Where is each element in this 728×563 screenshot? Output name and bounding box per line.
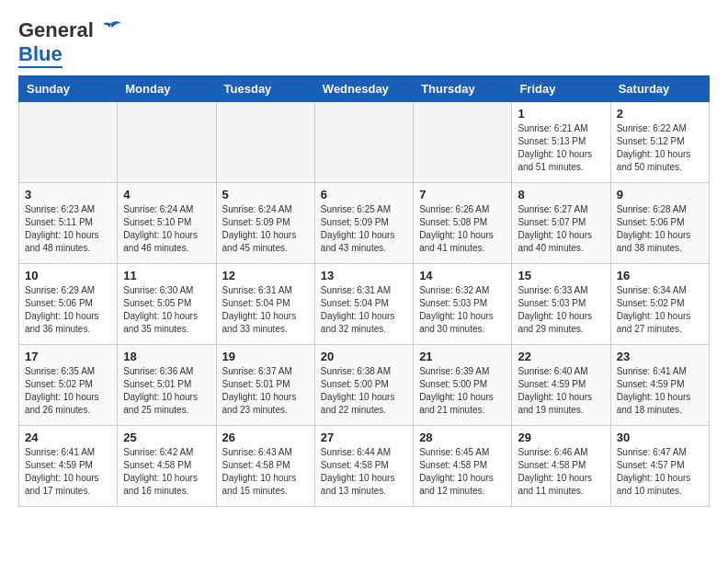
cell-info: Sunrise: 6:41 AMSunset: 4:59 PMDaylight:… xyxy=(617,365,703,417)
weekday-header: Thursday xyxy=(414,76,512,102)
day-number: 5 xyxy=(222,188,309,201)
cell-info: Sunrise: 6:31 AMSunset: 5:04 PMDaylight:… xyxy=(222,284,309,336)
calendar-cell: 28Sunrise: 6:45 AMSunset: 4:58 PMDayligh… xyxy=(414,426,512,507)
day-number: 15 xyxy=(518,269,604,282)
cell-info: Sunrise: 6:28 AMSunset: 5:06 PMDaylight:… xyxy=(617,203,703,255)
day-number: 25 xyxy=(123,431,210,444)
day-number: 12 xyxy=(222,269,309,282)
cell-info: Sunrise: 6:35 AMSunset: 5:02 PMDaylight:… xyxy=(25,365,111,417)
calendar-cell: 24Sunrise: 6:41 AMSunset: 4:59 PMDayligh… xyxy=(19,426,118,507)
calendar-cell: 7Sunrise: 6:26 AMSunset: 5:08 PMDaylight… xyxy=(414,183,512,264)
calendar-cell: 5Sunrise: 6:24 AMSunset: 5:09 PMDaylight… xyxy=(216,183,314,264)
cell-info: Sunrise: 6:39 AMSunset: 5:00 PMDaylight:… xyxy=(419,365,506,417)
day-number: 11 xyxy=(123,269,210,282)
calendar-cell: 18Sunrise: 6:36 AMSunset: 5:01 PMDayligh… xyxy=(118,345,216,426)
logo: General Blue xyxy=(18,18,123,66)
weekday-header: Saturday xyxy=(610,76,709,102)
calendar-cell: 25Sunrise: 6:42 AMSunset: 4:58 PMDayligh… xyxy=(118,426,216,507)
cell-info: Sunrise: 6:37 AMSunset: 5:01 PMDaylight:… xyxy=(222,365,309,417)
cell-info: Sunrise: 6:21 AMSunset: 5:13 PMDaylight:… xyxy=(518,122,604,174)
calendar-cell: 26Sunrise: 6:43 AMSunset: 4:58 PMDayligh… xyxy=(216,426,314,507)
day-number: 9 xyxy=(617,188,703,201)
calendar-cell: 11Sunrise: 6:30 AMSunset: 5:05 PMDayligh… xyxy=(118,264,216,345)
day-number: 16 xyxy=(617,269,703,282)
cell-info: Sunrise: 6:33 AMSunset: 5:03 PMDaylight:… xyxy=(518,284,604,336)
calendar-cell: 23Sunrise: 6:41 AMSunset: 4:59 PMDayligh… xyxy=(610,345,709,426)
weekday-header: Tuesday xyxy=(216,76,314,102)
cell-info: Sunrise: 6:26 AMSunset: 5:08 PMDaylight:… xyxy=(419,203,506,255)
calendar-cell: 30Sunrise: 6:47 AMSunset: 4:57 PMDayligh… xyxy=(610,426,709,507)
calendar-cell: 29Sunrise: 6:46 AMSunset: 4:58 PMDayligh… xyxy=(512,426,610,507)
calendar-cell: 4Sunrise: 6:24 AMSunset: 5:10 PMDaylight… xyxy=(118,183,216,264)
day-number: 4 xyxy=(123,188,210,201)
calendar-week-row: 10Sunrise: 6:29 AMSunset: 5:06 PMDayligh… xyxy=(19,264,710,345)
page-header: General Blue xyxy=(18,18,710,66)
cell-info: Sunrise: 6:40 AMSunset: 4:59 PMDaylight:… xyxy=(518,365,604,417)
calendar-cell: 17Sunrise: 6:35 AMSunset: 5:02 PMDayligh… xyxy=(19,345,118,426)
calendar-cell: 27Sunrise: 6:44 AMSunset: 4:58 PMDayligh… xyxy=(314,426,413,507)
cell-info: Sunrise: 6:38 AMSunset: 5:00 PMDaylight:… xyxy=(321,365,407,417)
calendar-cell: 16Sunrise: 6:34 AMSunset: 5:02 PMDayligh… xyxy=(610,264,709,345)
cell-info: Sunrise: 6:36 AMSunset: 5:01 PMDaylight:… xyxy=(123,365,210,417)
cell-info: Sunrise: 6:47 AMSunset: 4:57 PMDaylight:… xyxy=(617,446,703,498)
cell-info: Sunrise: 6:24 AMSunset: 5:10 PMDaylight:… xyxy=(123,203,210,255)
calendar-header-row: SundayMondayTuesdayWednesdayThursdayFrid… xyxy=(19,76,710,102)
cell-info: Sunrise: 6:43 AMSunset: 4:58 PMDaylight:… xyxy=(222,446,309,498)
day-number: 29 xyxy=(518,431,604,444)
cell-info: Sunrise: 6:44 AMSunset: 4:58 PMDaylight:… xyxy=(321,446,407,498)
calendar-cell xyxy=(118,102,216,183)
day-number: 20 xyxy=(321,350,407,363)
day-number: 28 xyxy=(419,431,506,444)
calendar-cell: 20Sunrise: 6:38 AMSunset: 5:00 PMDayligh… xyxy=(314,345,413,426)
logo-general: General xyxy=(18,18,94,42)
day-number: 6 xyxy=(321,188,407,201)
cell-info: Sunrise: 6:24 AMSunset: 5:09 PMDaylight:… xyxy=(222,203,309,255)
day-number: 26 xyxy=(222,431,309,444)
day-number: 21 xyxy=(419,350,506,363)
day-number: 17 xyxy=(25,350,111,363)
cell-info: Sunrise: 6:31 AMSunset: 5:04 PMDaylight:… xyxy=(321,284,407,336)
weekday-header: Wednesday xyxy=(314,76,413,102)
day-number: 23 xyxy=(617,350,703,363)
calendar-cell: 10Sunrise: 6:29 AMSunset: 5:06 PMDayligh… xyxy=(19,264,118,345)
day-number: 13 xyxy=(321,269,407,282)
cell-info: Sunrise: 6:32 AMSunset: 5:03 PMDaylight:… xyxy=(419,284,506,336)
day-number: 7 xyxy=(419,188,506,201)
calendar-cell: 12Sunrise: 6:31 AMSunset: 5:04 PMDayligh… xyxy=(216,264,314,345)
day-number: 3 xyxy=(25,188,111,201)
day-number: 22 xyxy=(518,350,604,363)
calendar-cell: 14Sunrise: 6:32 AMSunset: 5:03 PMDayligh… xyxy=(414,264,512,345)
cell-info: Sunrise: 6:29 AMSunset: 5:06 PMDaylight:… xyxy=(25,284,111,336)
calendar-week-row: 24Sunrise: 6:41 AMSunset: 4:59 PMDayligh… xyxy=(19,426,710,507)
day-number: 1 xyxy=(518,107,604,121)
day-number: 27 xyxy=(321,431,407,444)
day-number: 18 xyxy=(123,350,210,363)
calendar-cell: 6Sunrise: 6:25 AMSunset: 5:09 PMDaylight… xyxy=(314,183,413,264)
calendar-cell: 19Sunrise: 6:37 AMSunset: 5:01 PMDayligh… xyxy=(216,345,314,426)
calendar-cell xyxy=(216,102,314,183)
weekday-header: Sunday xyxy=(19,76,118,102)
cell-info: Sunrise: 6:30 AMSunset: 5:05 PMDaylight:… xyxy=(123,284,210,336)
calendar-cell: 8Sunrise: 6:27 AMSunset: 5:07 PMDaylight… xyxy=(512,183,610,264)
cell-info: Sunrise: 6:41 AMSunset: 4:59 PMDaylight:… xyxy=(25,446,111,498)
day-number: 24 xyxy=(25,431,111,444)
calendar-cell: 3Sunrise: 6:23 AMSunset: 5:11 PMDaylight… xyxy=(19,183,118,264)
cell-info: Sunrise: 6:46 AMSunset: 4:58 PMDaylight:… xyxy=(518,446,604,498)
cell-info: Sunrise: 6:22 AMSunset: 5:12 PMDaylight:… xyxy=(617,122,703,174)
day-number: 10 xyxy=(25,269,111,282)
calendar-cell xyxy=(314,102,413,183)
cell-info: Sunrise: 6:23 AMSunset: 5:11 PMDaylight:… xyxy=(25,203,111,255)
cell-info: Sunrise: 6:27 AMSunset: 5:07 PMDaylight:… xyxy=(518,203,604,255)
weekday-header: Friday xyxy=(512,76,610,102)
cell-info: Sunrise: 6:42 AMSunset: 4:58 PMDaylight:… xyxy=(123,446,210,498)
cell-info: Sunrise: 6:34 AMSunset: 5:02 PMDaylight:… xyxy=(617,284,703,336)
day-number: 8 xyxy=(518,188,604,201)
calendar-week-row: 1Sunrise: 6:21 AMSunset: 5:13 PMDaylight… xyxy=(19,102,710,183)
cell-info: Sunrise: 6:25 AMSunset: 5:09 PMDaylight:… xyxy=(321,203,407,255)
calendar-week-row: 3Sunrise: 6:23 AMSunset: 5:11 PMDaylight… xyxy=(19,183,710,264)
logo-bird-icon xyxy=(97,20,123,40)
calendar-cell: 1Sunrise: 6:21 AMSunset: 5:13 PMDaylight… xyxy=(512,102,610,183)
calendar-cell: 15Sunrise: 6:33 AMSunset: 5:03 PMDayligh… xyxy=(512,264,610,345)
logo-blue: Blue xyxy=(18,42,63,68)
calendar-week-row: 17Sunrise: 6:35 AMSunset: 5:02 PMDayligh… xyxy=(19,345,710,426)
